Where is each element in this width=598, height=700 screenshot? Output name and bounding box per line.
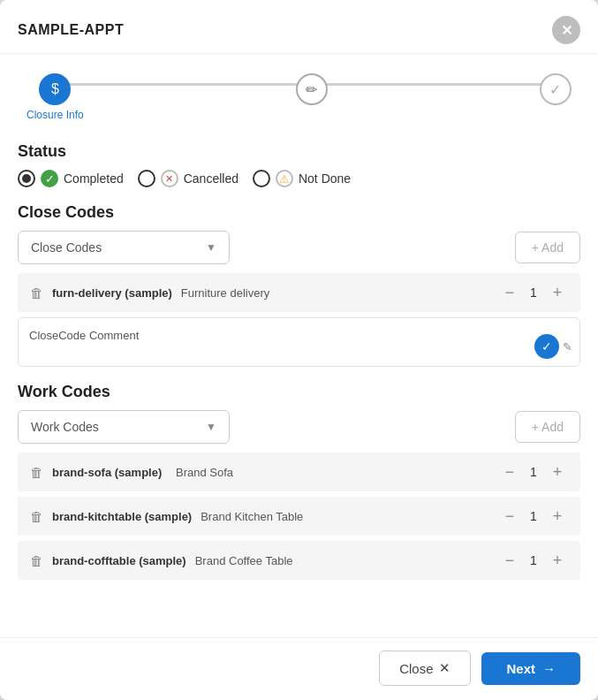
step-circle-closure-info: $	[39, 73, 71, 105]
work-codes-dropdown-label: Work Codes	[31, 420, 99, 434]
status-icon-cancelled: ✕	[161, 170, 178, 187]
status-icon-completed: ✓	[41, 170, 58, 187]
close-codes-add-button[interactable]: + Add	[515, 232, 580, 263]
status-section: Status ✓ Completed ✕ Cancelled	[18, 142, 580, 187]
work-codes-chevron-down-icon: ▼	[206, 421, 216, 433]
step-edit[interactable]: ✏	[296, 73, 328, 121]
status-label-cancelled: Cancelled	[184, 171, 238, 186]
modal-footer: Close ✕ Next →	[0, 637, 598, 700]
close-codes-title: Close Codes	[18, 203, 580, 222]
status-row: ✓ Completed ✕ Cancelled ⚠ Not Done	[18, 170, 580, 187]
qty-value-close-0: 1	[527, 285, 540, 300]
qty-controls-close-0: − 1 +	[499, 282, 568, 303]
qty-increase-close-0[interactable]: +	[547, 282, 568, 303]
close-codes-add-label: + Add	[532, 240, 564, 255]
step-closure-info[interactable]: $ Closure Info	[26, 73, 84, 121]
work-codes-title: Work Codes	[18, 383, 580, 401]
footer-close-label: Close	[399, 661, 433, 676]
work-codes-add-label: + Add	[532, 420, 564, 434]
qty-decrease-work-0[interactable]: −	[499, 461, 520, 483]
status-option-notdone[interactable]: ⚠ Not Done	[253, 170, 351, 187]
work-code-item-brand-sofa: 🗑 brand-sofa (sample) Brand Sofa − 1 +	[18, 453, 580, 491]
close-code-item-furn-delivery: 🗑 furn-delivery (sample) Furniture deliv…	[18, 273, 580, 312]
footer-next-label: Next	[506, 661, 535, 676]
work-code-1-name: brand-kitchtable (sample)	[52, 510, 192, 523]
modal: SAMPLE-APPT ✕ $ Closure Info ✏	[0, 0, 598, 700]
radio-completed	[18, 170, 35, 187]
work-codes-add-button[interactable]: + Add	[515, 411, 580, 443]
status-label-completed: Completed	[64, 171, 124, 186]
qty-increase-work-0[interactable]: +	[547, 461, 568, 483]
radio-notdone	[253, 170, 270, 187]
qty-increase-work-2[interactable]: +	[547, 550, 568, 571]
stepper: $ Closure Info ✏ ✓	[18, 54, 580, 126]
qty-decrease-close-0[interactable]: −	[499, 282, 520, 303]
step-done[interactable]: ✓	[540, 73, 572, 121]
modal-title: SAMPLE-APPT	[18, 22, 124, 38]
comment-confirm-button[interactable]: ✓	[534, 334, 559, 359]
work-code-0-name: brand-sofa (sample)	[52, 466, 167, 479]
qty-increase-work-1[interactable]: +	[547, 506, 568, 527]
delete-work-code-0-button[interactable]: 🗑	[30, 465, 43, 480]
step-circle-edit: ✏	[296, 73, 328, 105]
status-option-cancelled[interactable]: ✕ Cancelled	[138, 170, 238, 187]
close-codes-section: Close Codes Close Codes ▼ + Add 🗑 furn-d…	[18, 203, 580, 367]
qty-controls-work-0: − 1 +	[499, 461, 568, 483]
modal-body: $ Closure Info ✏ ✓	[0, 54, 598, 637]
close-code-desc: Furniture delivery	[181, 286, 490, 300]
close-code-comment-box[interactable]: CloseCode Comment ✓ ✎	[18, 317, 580, 367]
arrow-right-icon: →	[542, 661, 556, 676]
close-codes-dropdown[interactable]: Close Codes ▼	[18, 231, 230, 264]
status-title: Status	[18, 142, 580, 161]
work-code-0-desc: Brand Sofa	[176, 466, 490, 479]
status-icon-notdone: ⚠	[276, 170, 293, 187]
comment-actions: ✓ ✎	[534, 334, 572, 359]
delete-close-code-button[interactable]: 🗑	[30, 285, 43, 301]
qty-controls-work-1: − 1 +	[499, 506, 568, 527]
modal-close-button[interactable]: ✕	[552, 16, 580, 44]
delete-work-code-1-button[interactable]: 🗑	[30, 509, 43, 524]
qty-value-work-0: 1	[527, 465, 540, 479]
step-circle-done: ✓	[540, 73, 572, 105]
work-code-2-name: brand-cofftable (sample)	[52, 554, 186, 567]
step-label-closure-info: Closure Info	[26, 109, 84, 121]
status-option-completed[interactable]: ✓ Completed	[18, 170, 124, 187]
work-codes-section: Work Codes Work Codes ▼ + Add 🗑 brand-so…	[18, 383, 580, 580]
footer-close-button[interactable]: Close ✕	[379, 651, 471, 686]
work-code-2-desc: Brand Coffee Table	[195, 554, 490, 567]
radio-cancelled	[138, 170, 155, 187]
qty-value-work-2: 1	[527, 553, 540, 567]
footer-next-button[interactable]: Next →	[481, 652, 580, 685]
work-codes-header: Work Codes ▼ + Add	[18, 410, 580, 444]
work-codes-dropdown[interactable]: Work Codes ▼	[18, 410, 230, 444]
work-code-1-desc: Brand Kitchen Table	[201, 510, 490, 523]
delete-work-code-2-button[interactable]: 🗑	[30, 553, 43, 568]
qty-value-work-1: 1	[527, 509, 540, 523]
chevron-down-icon: ▼	[206, 241, 216, 254]
close-codes-header: Close Codes ▼ + Add	[18, 231, 580, 264]
stepper-steps: $ Closure Info ✏ ✓	[26, 73, 572, 121]
modal-header: SAMPLE-APPT ✕	[0, 0, 598, 54]
work-code-item-brand-kitchtable: 🗑 brand-kitchtable (sample) Brand Kitche…	[18, 497, 580, 536]
status-label-notdone: Not Done	[299, 171, 351, 186]
qty-decrease-work-1[interactable]: −	[499, 506, 520, 527]
close-codes-dropdown-label: Close Codes	[31, 240, 102, 255]
work-code-item-brand-cofftable: 🗑 brand-cofftable (sample) Brand Coffee …	[18, 541, 580, 580]
close-icon: ✕	[439, 660, 450, 676]
close-code-name: furn-delivery (sample)	[52, 286, 172, 300]
qty-decrease-work-2[interactable]: −	[499, 550, 520, 571]
qty-controls-work-2: − 1 +	[499, 550, 568, 571]
close-code-comment-text: CloseCode Comment	[29, 329, 139, 342]
comment-edit-button[interactable]: ✎	[563, 334, 572, 359]
